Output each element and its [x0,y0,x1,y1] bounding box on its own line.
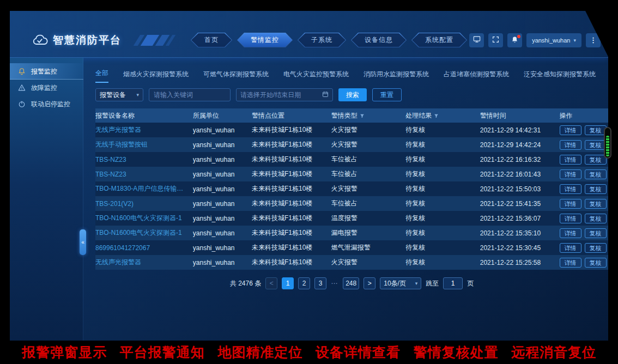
unit-cell: yanshi_wuhan [193,156,252,163]
time-cell: 2021-12-22 15:36:07 [480,215,560,222]
device-name-link[interactable]: TBS-NZ23 [95,171,193,178]
page-button-1[interactable]: 1 [282,277,294,289]
filter-icon[interactable] [434,113,439,118]
next-page-button[interactable]: > [363,277,375,289]
feature-item-1: 平台报警通知 [120,343,205,361]
alarm-type-cell: 漏电报警 [331,228,405,238]
review-button[interactable]: 复核 [585,125,607,135]
keyword-input[interactable] [149,88,231,101]
unit-cell: yanshi_wuhan [193,185,252,193]
system-tab-0[interactable]: 全部 [95,69,108,83]
page-button-2[interactable]: 2 [298,277,310,289]
nav-tab-label: 首页 [191,33,232,47]
detail-button[interactable]: 详情 [560,199,581,209]
device-name-link[interactable]: TBS-NZ23 [95,156,193,163]
time-cell: 2021-12-22 16:16:32 [480,156,560,163]
review-button[interactable]: 复核 [585,184,607,194]
review-button[interactable]: 复核 [585,228,607,238]
column-header: 报警设备名称 [95,111,193,120]
system-tab-7[interactable]: 传统消防接入报警系统 [610,70,618,83]
page-button-248[interactable]: 248 [343,277,359,289]
sidebar-item-0[interactable]: 报警监控 [10,63,83,80]
device-name-link[interactable]: TBS-201(V2) [95,200,193,208]
device-name-link[interactable]: 无线声光报警器 [95,125,193,135]
column-label: 警情时间 [480,111,506,120]
page: 智慧消防平台 首页警情监控子系统设备信息系统配置 [0,0,618,364]
monitor-button[interactable] [469,33,484,47]
system-tab-6[interactable]: 泛安全感知探测报警系统 [524,70,596,83]
system-tab-4[interactable]: 消防用水监测报警系统 [363,70,429,83]
detail-button[interactable]: 详情 [560,184,581,194]
total-count: 共 2476 条 [230,279,261,288]
column-header: 警情类型 [331,111,405,120]
system-tab-2[interactable]: 可燃气体探测报警系统 [203,70,269,83]
column-header: 操作 [560,111,608,120]
jump-label-prefix: 跳至 [426,279,439,288]
review-button[interactable]: 复核 [585,199,607,209]
reset-button[interactable]: 重置 [372,88,402,101]
sidebar-item-label: 报警监控 [31,67,57,76]
sidebar-item-2[interactable]: 联动启停监控 [10,96,83,112]
detail-button[interactable]: 详情 [560,155,581,165]
review-button[interactable]: 复核 [585,155,607,165]
table-row: TBS-201(V2)yanshi_wuhan未来科技城F1栋10楼车位被占待复… [95,196,608,211]
table-row: TBS-NZ23yanshi_wuhan未来科技城F1栋10楼车位被占待复核20… [95,167,608,181]
review-button[interactable]: 复核 [585,214,607,223]
detail-button[interactable]: 详情 [560,258,581,268]
page-size-select[interactable]: 10条/页▾ [380,277,421,289]
date-range-picker[interactable]: 请选择开始/结束日期 [236,88,333,101]
system-tab-5[interactable]: 占道堵塞侦测报警系统 [444,70,509,83]
system-tab-3[interactable]: 电气火灾监控预警系统 [283,70,349,83]
jump-page-input[interactable] [443,277,463,289]
device-name-link[interactable]: 无线声光报警器 [95,258,193,267]
prev-page-button[interactable]: < [265,277,277,289]
detail-button[interactable]: 详情 [560,243,581,253]
sidebar-item-1[interactable]: 故障监控 [10,80,83,96]
device-name-link[interactable]: 无线手动报警按钮 [95,140,193,149]
detail-button[interactable]: 详情 [560,228,581,238]
detail-button[interactable]: 详情 [560,125,581,135]
cloud-logo-icon [32,34,48,47]
review-button[interactable]: 复核 [585,140,607,150]
table-row: TBS-NZ23yanshi_wuhan未来科技城F1栋10楼车位被占待复核20… [95,152,608,167]
system-tab-1[interactable]: 烟感火灾探测报警系统 [123,70,189,83]
review-button[interactable]: 复核 [585,258,607,268]
more-menu-button[interactable]: ⋮ [586,33,601,47]
filter-icon[interactable] [360,113,365,118]
fullscreen-button[interactable] [488,33,503,47]
table-row: 869961041272067yanshi_wuhan未来科技城F1栋10楼燃气… [95,240,608,255]
sidebar-menu: 报警监控故障监控联动启停监控 [10,58,83,112]
row-actions: 详情复核 [560,243,608,253]
page-size-value: 10条/页 [384,279,406,288]
search-button[interactable]: 搜索 [338,88,367,101]
review-button[interactable]: 复核 [585,169,607,179]
device-name-link[interactable]: TBO-N1600电气火灾探测器-1 [95,214,193,223]
nav-tab-2[interactable]: 子系统 [298,33,346,47]
unit-cell: yanshi_wuhan [193,244,252,252]
review-button[interactable]: 复核 [585,243,607,253]
table-row: TBO-N1600电气火灾探测器-1yanshi_wuhan未来科技城F1栋10… [95,226,608,240]
user-menu[interactable]: yanshi_wuhan ▾ [526,33,581,47]
notifications-button[interactable] [507,33,522,47]
search-type-value: 报警设备 [100,90,126,100]
device-name-link[interactable]: 869961041272067 [95,244,193,252]
unit-cell: yanshi_wuhan [193,200,252,208]
result-cell: 待复核 [405,228,480,238]
detail-button[interactable]: 详情 [560,140,581,150]
nav-tab-4[interactable]: 系统配置 [411,33,467,47]
detail-button[interactable]: 详情 [560,214,581,223]
page-button-3[interactable]: 3 [314,277,326,289]
device-name-link[interactable]: TBO-N1600电气火灾探测器-1 [95,228,193,238]
nav-tab-3[interactable]: 设备信息 [351,33,407,47]
table-row: 无线声光报警器yanshi_wuhan未来科技城F1栋10楼火灾报警待复核202… [95,255,608,270]
device-name-link[interactable]: TBO-M1830-A用户信息传输系统(外部化) [95,184,193,193]
result-cell: 待复核 [405,125,480,135]
detail-button[interactable]: 详情 [560,169,581,179]
nav-tab-label: 子系统 [298,33,346,47]
time-cell: 2021-12-22 15:50:03 [480,185,560,193]
nav-tab-1[interactable]: 警情监控 [237,33,293,47]
row-actions: 详情复核 [560,258,608,268]
search-type-select[interactable]: 报警设备 ▾ [95,88,143,101]
nav-tab-0[interactable]: 首页 [191,33,232,47]
more-icon: ⋮ [590,36,597,44]
